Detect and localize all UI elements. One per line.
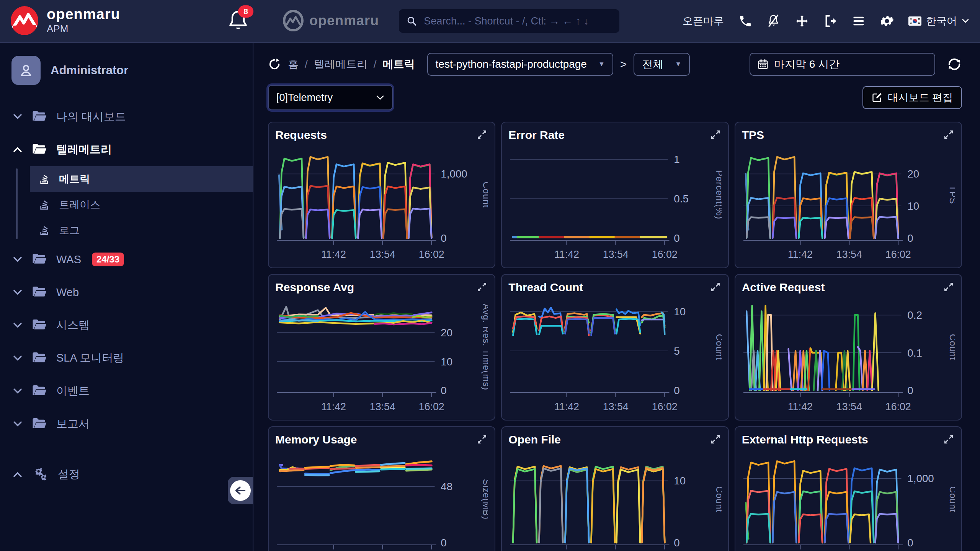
- sidebar-item-label: 텔레메트리: [56, 142, 112, 157]
- language-selector[interactable]: 한국어: [908, 14, 969, 28]
- panel-title: TPS: [742, 129, 764, 142]
- time-range-value: 마지막 6 시간: [774, 57, 840, 72]
- scope-select[interactable]: 전체 ▼: [634, 53, 690, 76]
- brand-sub: APM: [47, 23, 120, 35]
- search-input[interactable]: [423, 15, 612, 28]
- fullscreen-icon[interactable]: [795, 14, 809, 28]
- notifications-button[interactable]: 8: [228, 10, 251, 33]
- global-search[interactable]: [399, 9, 619, 33]
- breadcrumb-home[interactable]: 홈: [288, 57, 299, 72]
- org-name: 오픈마루: [683, 14, 724, 28]
- expand-panel-icon[interactable]: [476, 129, 488, 141]
- expand-panel-icon[interactable]: [942, 281, 955, 293]
- svg-text:13:54: 13:54: [836, 401, 862, 412]
- sidebar-item-label: 설정: [58, 467, 80, 482]
- expand-panel-icon[interactable]: [942, 433, 955, 445]
- svg-text:10: 10: [674, 306, 686, 318]
- sidebar-item-sla-monitoring[interactable]: SLA 모니터링: [0, 342, 253, 375]
- sidebar-item-system[interactable]: 시스템: [0, 309, 253, 342]
- chevron-up-icon: [13, 471, 23, 478]
- svg-text:1: 1: [674, 153, 680, 165]
- chart-error-rate: 10.5011:4213:5416:02Percent(%): [508, 147, 721, 261]
- stack-icon: [38, 224, 51, 236]
- logout-icon[interactable]: [823, 14, 837, 28]
- sidebar-item-my-dashboard[interactable]: 나의 대시보드: [0, 100, 253, 133]
- chevron-down-icon: [13, 355, 23, 362]
- svg-text:TPS: TPS: [948, 185, 955, 204]
- chevron-down-icon: [13, 256, 23, 263]
- chevron-down-icon: [962, 18, 969, 24]
- panel-title: Active Request: [742, 281, 825, 294]
- language-label: 한국어: [926, 14, 957, 28]
- svg-text:11:42: 11:42: [554, 249, 579, 260]
- svg-text:16:02: 16:02: [652, 401, 678, 412]
- expand-panel-icon[interactable]: [476, 281, 488, 293]
- expand-panel-icon[interactable]: [709, 281, 722, 293]
- settings-gear-icon[interactable]: [880, 14, 894, 28]
- svg-text:20: 20: [441, 327, 452, 339]
- panel-title: Thread Count: [508, 281, 583, 294]
- panel-title: Requests: [275, 129, 327, 142]
- bell-slash-icon[interactable]: [767, 14, 781, 28]
- sidebar-subitem-metrics[interactable]: 메트릭: [30, 166, 253, 192]
- folder-icon: [32, 286, 47, 298]
- expand-panel-icon[interactable]: [709, 129, 722, 141]
- panel-response-avg: Response Avg2010011:4213:5416:02Avg. Res…: [268, 274, 495, 421]
- svg-text:0.1: 0.1: [907, 347, 922, 359]
- sidebar-subitem-label: 로그: [59, 223, 80, 237]
- dashboard-select-value: [0]Telemetry: [276, 92, 333, 104]
- expand-panel-icon[interactable]: [476, 433, 488, 445]
- svg-text:48: 48: [441, 481, 452, 492]
- expand-panel-icon[interactable]: [942, 129, 955, 141]
- svg-text:16:02: 16:02: [885, 249, 911, 260]
- center-logo-text: openmaru: [309, 13, 379, 29]
- notification-count-badge: 8: [238, 5, 253, 18]
- svg-text:Count: Count: [715, 486, 722, 512]
- panel-tps: TPS2010011:4213:5416:02TPS: [735, 122, 962, 268]
- sidebar-item-label: 나의 대시보드: [56, 109, 126, 124]
- svg-text:0: 0: [674, 232, 680, 244]
- user-profile[interactable]: Administrator: [0, 42, 253, 89]
- breadcrumb[interactable]: 홈 / 텔레메트리 / 메트릭: [288, 57, 415, 72]
- refresh-icon[interactable]: [947, 57, 962, 72]
- select-separator: >: [620, 58, 627, 71]
- sidebar-item-label: SLA 모니터링: [56, 350, 124, 366]
- sidebar-item-label: WAS: [56, 253, 81, 266]
- service-select-value: test-python-fastapi-productpage: [436, 58, 587, 70]
- reload-icon[interactable]: [268, 58, 281, 71]
- svg-text:0.2: 0.2: [907, 309, 922, 321]
- sidebar-item-reports[interactable]: 보고서: [0, 408, 253, 440]
- expand-panel-icon[interactable]: [709, 433, 722, 445]
- chevron-down-icon: [13, 289, 23, 296]
- service-select[interactable]: test-python-fastapi-productpage ▼: [427, 53, 613, 76]
- avatar: [11, 56, 41, 85]
- folder-icon: [32, 111, 47, 123]
- sidebar-item-web[interactable]: Web: [0, 276, 253, 309]
- svg-text:0: 0: [441, 385, 446, 396]
- sidebar-collapse-button[interactable]: [228, 477, 253, 504]
- sidebar-item-was[interactable]: WAS 24/33: [0, 243, 253, 276]
- svg-text:13:54: 13:54: [370, 401, 395, 412]
- chevron-down-icon: [13, 388, 23, 395]
- gears-icon: [32, 468, 49, 481]
- sidebar-item-label: 보고서: [56, 416, 90, 432]
- svg-text:16:02: 16:02: [885, 401, 911, 412]
- sidebar-subitem-traces[interactable]: 트레이스: [0, 192, 253, 217]
- sidebar-item-events[interactable]: 이벤트: [0, 375, 253, 408]
- sidebar-subitem-logs[interactable]: 로그: [0, 217, 253, 243]
- phone-icon[interactable]: [738, 14, 752, 28]
- sidebar-item-telemetry[interactable]: 텔레메트리: [0, 133, 253, 166]
- edit-dashboard-button[interactable]: 대시보드 편집: [862, 86, 962, 109]
- panel-requests: Requests1,000011:4213:5416:02Count: [268, 122, 495, 268]
- menu-icon[interactable]: [852, 14, 866, 28]
- folder-icon: [32, 253, 47, 266]
- time-range-picker[interactable]: 마지막 6 시간: [750, 53, 935, 76]
- dashboard-select[interactable]: [0]Telemetry: [268, 85, 393, 110]
- telemetry-submenu: 메트릭 트레이스 로그: [0, 166, 253, 243]
- scope-select-value: 전체: [642, 57, 663, 72]
- app-logo[interactable]: openmaru APM: [9, 5, 120, 36]
- chart-thread-count: 105011:4213:5416:02Count: [508, 299, 721, 413]
- breadcrumb-telemetry[interactable]: 텔레메트리: [314, 57, 368, 72]
- sidebar-item-settings[interactable]: 설정: [0, 458, 253, 491]
- chart-open-file: 10011:4213:5416:02Count: [508, 452, 721, 551]
